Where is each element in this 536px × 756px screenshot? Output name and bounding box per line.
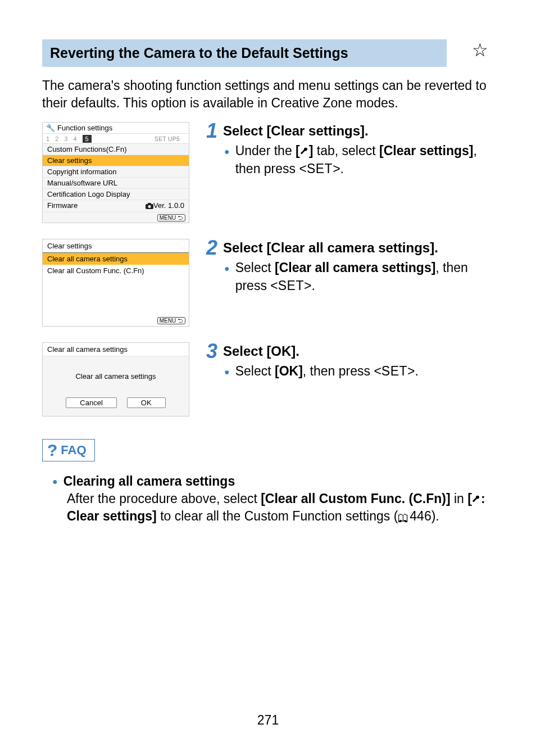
star-icon: ☆ [472,39,488,61]
svg-rect-1 [148,203,151,205]
bullet-icon: ● [52,477,58,487]
cancel-button[interactable]: Cancel [66,397,116,408]
step-3: Clear all camera settings Clear all came… [42,342,494,417]
camera-menu-screenshot-1: 🔧 Function settings 1 2 3 4 5 SET UP5 Cu… [42,122,189,223]
wrench-icon [300,147,309,156]
menu-item-clear-settings[interactable]: Clear settings [43,155,189,166]
step-3-heading: 3 Select [OK]. [206,342,494,360]
firmware-version: Ver. 1.0.0 [146,201,184,211]
step-3-bullet: ● Select [OK], then press <SET>. [224,363,494,380]
camera-menu-screenshot-3: Clear all camera settings Clear all came… [42,342,189,417]
step-number-1: 1 [206,122,220,140]
firmware-label: Firmware [47,201,78,211]
tab-5[interactable]: 5 [83,135,92,143]
menu-item-cert-logo[interactable]: Certification Logo Display [43,189,189,200]
svg-point-2 [148,205,151,208]
page-number: 271 [0,713,536,728]
menu-item-cfn[interactable]: Custom Functions(C.Fn) [43,144,189,155]
wrench-icon [472,495,481,504]
bullet-icon: ● [224,262,230,294]
confirm-dialog-message: Clear all camera settings [43,356,189,393]
menu-badge[interactable]: MENU ⮌ [157,214,185,221]
menu-tabs: 1 2 3 4 5 SET UP5 [43,134,189,144]
faq-item: ● Clearing all camera settings After the… [52,474,494,526]
step-2-heading: 2 Select [Clear all camera settings]. [206,239,494,257]
bullet-icon: ● [224,146,230,177]
ok-button[interactable]: OK [127,397,166,408]
faq-header: ? FAQ [42,439,95,461]
bullet-icon: ● [224,366,230,380]
menu-item-firmware[interactable]: Firmware Ver. 1.0.0 [43,200,189,212]
faq-item-body: After the procedure above, select [Clear… [67,490,494,526]
tab-1[interactable]: 1 [46,135,49,142]
page-title: Reverting the Camera to the Default Sett… [42,39,447,67]
menu-footer-2: MENU ⮌ [43,315,189,326]
faq-item-title: Clearing all camera settings [63,474,235,489]
intro-text: The camera's shooting function settings … [42,77,494,112]
tab-4[interactable]: 4 [73,135,76,142]
menu-footer: MENU ⮌ [43,212,189,223]
menu-badge[interactable]: MENU ⮌ [157,317,185,324]
step-1: 🔧 Function settings 1 2 3 4 5 SET UP5 Cu… [42,122,494,223]
faq-label: FAQ [61,443,86,458]
clear-all-cfn-item[interactable]: Clear all Custom Func. (C.Fn) [43,265,189,277]
menu-item-copyright[interactable]: Copyright information [43,166,189,178]
step-2: Clear settings Clear all camera settings… [42,239,494,327]
question-mark-icon: ? [47,441,57,460]
step-1-heading: 1 Select [Clear settings]. [206,122,494,140]
wrench-icon: 🔧 [46,124,55,132]
setup5-label: SET UP5 [155,136,180,142]
camera-icon [146,202,153,211]
clear-all-camera-settings-item[interactable]: Clear all camera settings [43,253,189,265]
step-number-2: 2 [206,239,220,257]
menu-header: 🔧 Function settings [43,123,189,134]
clear-settings-title: Clear settings [43,239,189,252]
camera-menu-screenshot-2: Clear settings Clear all camera settings… [42,239,189,327]
book-icon: 🕮 [398,510,409,526]
step-2-bullet: ● Select [Clear all camera settings], th… [224,259,494,294]
tab-3[interactable]: 3 [64,135,67,142]
function-settings-label: Function settings [57,124,112,132]
menu-item-manual-url[interactable]: Manual/software URL [43,178,189,189]
tab-2[interactable]: 2 [55,135,58,142]
step-number-3: 3 [206,342,220,360]
step-1-bullet: ● Under the [] tab, select [Clear settin… [224,142,494,177]
confirm-dialog-title: Clear all camera settings [43,343,189,356]
